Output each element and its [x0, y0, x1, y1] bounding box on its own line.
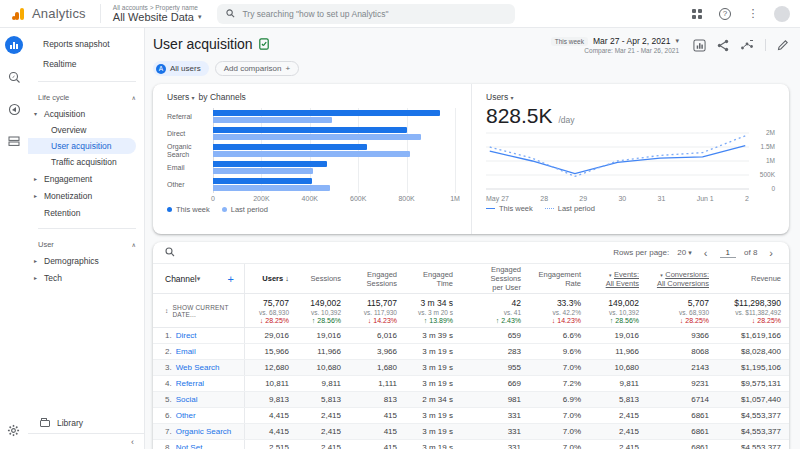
column-header-revenue[interactable]: Revenue — [717, 274, 789, 283]
column-header-engagement[interactable]: EngagementRate — [529, 270, 589, 288]
rows-per-page-select[interactable]: 20 ▾ — [677, 248, 692, 257]
header-label: Sessions — [311, 274, 341, 283]
metric-cell: 7.2% — [529, 379, 589, 388]
reports-nav-icon[interactable] — [5, 36, 23, 54]
explore-nav-icon[interactable] — [5, 68, 23, 86]
explore-compare-icon[interactable] — [740, 39, 754, 51]
metric-cell: 9231 — [647, 379, 717, 388]
collapse-sidebar-icon[interactable]: ‹ — [131, 437, 134, 447]
chevron-down-icon: ▾ — [197, 275, 201, 283]
channel-link[interactable]: Organic Search — [176, 427, 232, 436]
metric-cell: 4,415 — [245, 427, 297, 436]
sidebar-item-acquisition[interactable]: ▾Acquisition — [28, 105, 144, 122]
sidebar-item-engagement[interactable]: ▸Engagement — [28, 170, 144, 187]
add-comparison-button[interactable]: Add comparison + — [215, 61, 299, 76]
segment-a-icon: A — [156, 64, 166, 74]
sidebar-item-life-cycle[interactable]: Life cycle∧ — [28, 89, 144, 105]
column-header-events-[interactable]: ▾ Events:All Events — [589, 270, 647, 288]
apps-grid-icon[interactable] — [690, 7, 704, 21]
channel-cell: 7.Organic Search — [153, 424, 245, 439]
row-index: 3. — [165, 363, 172, 372]
metric-cell: 9.6% — [529, 347, 589, 356]
analytics-logo[interactable]: Analytics — [10, 6, 86, 22]
sidebar-item-retention[interactable]: Retention — [28, 204, 144, 221]
metric-cell: 2,415 — [589, 443, 647, 449]
channel-link[interactable]: Referral — [176, 379, 204, 388]
sidebar-item-monetization[interactable]: ▸Monetization — [28, 187, 144, 204]
expander-icon: ▸ — [34, 192, 44, 199]
channel-link[interactable]: Email — [176, 347, 196, 356]
totals-delta: ↓ 28.25% — [245, 317, 289, 324]
channel-link[interactable]: Not Set — [176, 443, 203, 449]
line-metric-selector[interactable]: Users ▾ — [486, 92, 514, 102]
channel-link[interactable]: Direct — [176, 331, 197, 340]
sidebar-item-demographics[interactable]: ▸Demographics — [28, 252, 144, 269]
table-row: 8.Not Set2,5152,4154153 m 19 s3317.0%2,4… — [153, 440, 789, 449]
sidebar-item-library[interactable]: Library — [28, 413, 144, 433]
search-input[interactable]: Try searching "how to set up Analytics" — [217, 4, 515, 24]
bar-category-label: Organic Search — [167, 143, 213, 158]
header-line2: Time — [405, 279, 453, 288]
advertising-nav-icon[interactable] — [5, 100, 23, 118]
date-range-picker[interactable]: This week Mar 27 - Apr 2, 2021 ▾ Compare… — [551, 36, 679, 54]
help-icon[interactable]: ? — [718, 7, 732, 21]
date-range-value: Mar 27 - Apr 2, 2021 — [593, 36, 671, 46]
share-icon[interactable] — [717, 39, 729, 52]
admin-gear-icon[interactable] — [7, 423, 20, 441]
metric-cell: 3,966 — [349, 347, 405, 356]
column-header-sessions[interactable]: Sessions — [297, 274, 349, 283]
report-nav-panel: Reports snapshotRealtimeLife cycle∧▾Acqu… — [28, 28, 145, 449]
header-line1: Engagement — [529, 270, 581, 279]
sidebar-item-label: Reports snapshot — [43, 39, 110, 49]
metric-cell: 7.0% — [529, 363, 589, 372]
sidebar-item-user[interactable]: User∧ — [28, 236, 144, 252]
show-current-date-toggle[interactable]: ↕SHOW CURRENT DATE... — [153, 294, 245, 327]
column-header-engaged-sessions[interactable]: Engaged Sessionsper User — [461, 265, 529, 292]
totals-cell: 149,002vs. 10,392↑ 28.56% — [297, 298, 349, 324]
sidebar-item-tech[interactable]: ▸Tech — [28, 269, 144, 286]
channel-link[interactable]: Other — [176, 411, 196, 420]
channel-link[interactable]: Web Search — [176, 363, 220, 372]
totals-cell: 115,707vs. 117,930↓ 14.23% — [349, 298, 405, 324]
insights-icon[interactable] — [693, 39, 706, 52]
edit-pencil-icon[interactable] — [777, 39, 789, 51]
legend-line — [545, 208, 554, 209]
property-selector[interactable]: All accounts > Property name All Website… — [100, 4, 202, 23]
sidebar-item-realtime[interactable]: Realtime — [28, 54, 144, 74]
column-header-users[interactable]: Users ↓ — [245, 274, 297, 283]
channel-column-header[interactable]: Channel ▾+ — [153, 264, 245, 293]
bar — [213, 178, 312, 184]
header-label: Engaged Sessions — [491, 265, 521, 283]
column-header-conversions-[interactable]: ▾ Conversions:All Conversions — [647, 270, 717, 288]
expander-icon: ▸ — [34, 274, 44, 281]
collapse-section-icon[interactable]: ∧ — [132, 94, 136, 101]
avatar[interactable] — [774, 6, 790, 22]
totals-cell: 5,707vs. 68,930↓ 28.25% — [647, 298, 717, 324]
prev-page-icon[interactable]: ‹ — [700, 247, 712, 259]
page-number-input[interactable]: 1 — [720, 248, 736, 258]
column-menu-icon[interactable]: ▾ — [609, 272, 613, 278]
column-menu-icon[interactable]: ▾ — [660, 272, 664, 278]
row-index: 2. — [165, 347, 172, 356]
configure-nav-icon[interactable] — [5, 132, 23, 150]
column-header-engaged[interactable]: EngagedTime — [405, 270, 461, 288]
brand-name: Analytics — [32, 6, 86, 21]
more-options-icon[interactable]: ⋮ — [746, 7, 760, 21]
all-users-segment-pill[interactable]: A All users — [153, 61, 209, 76]
sidebar-item-traffic-acquisition[interactable]: Traffic acquisition — [28, 154, 144, 170]
sidebar-item-overview[interactable]: Overview — [28, 122, 144, 138]
x-tick-label: 29 — [579, 195, 587, 202]
header-line1: Engaged Sessions — [461, 265, 521, 283]
bar-metric-selector[interactable]: Users ▾ — [167, 92, 195, 102]
report-info-icon[interactable] — [259, 38, 269, 50]
sidebar-item-reports-snapshot[interactable]: Reports snapshot — [28, 34, 144, 54]
metric-cell: 1,111 — [349, 379, 405, 388]
add-column-icon[interactable]: + — [228, 273, 240, 285]
column-header-engaged[interactable]: EngagedSessions — [349, 270, 405, 288]
sidebar-item-user-acquisition[interactable]: User acquisition — [28, 138, 136, 154]
channel-link[interactable]: Social — [176, 395, 198, 404]
rows-per-page-label: Rows per page: — [613, 248, 669, 257]
next-page-icon[interactable]: › — [765, 247, 777, 259]
table-search-icon[interactable] — [165, 247, 175, 257]
collapse-section-icon[interactable]: ∧ — [132, 241, 136, 248]
